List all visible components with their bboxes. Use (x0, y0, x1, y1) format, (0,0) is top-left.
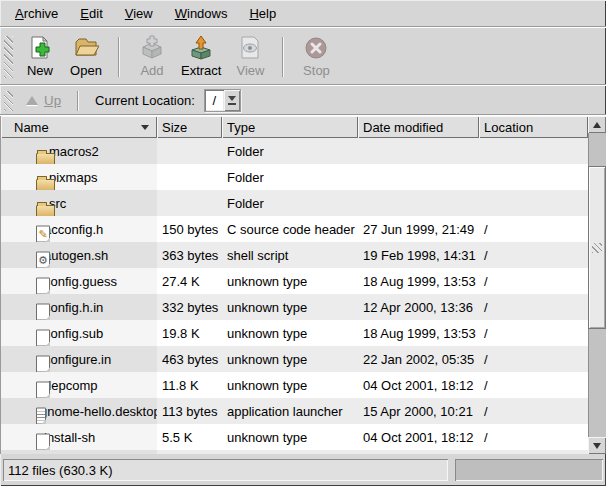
up-button: Up (17, 90, 70, 111)
file-icon (36, 251, 50, 268)
location-bar: Up Current Location: / (0, 86, 606, 116)
table-row[interactable]: gnome-hello.desktop 113 bytes applicatio… (1, 398, 588, 424)
extract-button[interactable]: Extract (175, 33, 227, 81)
menu-archive[interactable]: Archive (4, 2, 69, 25)
new-archive-icon (27, 35, 53, 61)
file-type: Folder (222, 138, 358, 164)
table-row[interactable]: depcomp 11.8 K unknown type 04 Oct 2001,… (1, 372, 588, 398)
file-type: unknown type (222, 268, 358, 294)
file-rows: macros2 Folder pixmaps Folder (1, 138, 588, 454)
column-header-size[interactable]: Size (157, 116, 222, 138)
table-row[interactable] (1, 450, 588, 454)
file-icon (36, 179, 55, 190)
vertical-scrollbar[interactable] (588, 116, 606, 454)
current-location-label: Current Location: (95, 93, 195, 108)
file-size: 27.4 K (157, 268, 222, 294)
view-button: View (227, 33, 273, 81)
table-row[interactable]: macros2 Folder (1, 138, 588, 164)
location-bar-grip-handle[interactable] (4, 91, 13, 111)
file-date-modified (358, 164, 479, 190)
column-header-date-modified[interactable]: Date modified (358, 116, 479, 138)
file-location (479, 450, 588, 454)
table-row[interactable]: config.guess 27.4 K unknown type 18 Aug … (1, 268, 588, 294)
file-date-modified: 18 Aug 1999, 13:53 (358, 320, 479, 346)
toolbar-grip-handle[interactable] (4, 36, 13, 78)
file-size (157, 450, 222, 454)
chevron-down-icon (228, 96, 236, 101)
file-name: depcomp (44, 378, 97, 393)
column-header-name[interactable]: Name (1, 116, 157, 138)
file-type: unknown type (222, 294, 358, 320)
file-location: / (479, 294, 588, 320)
file-name: pixmaps (49, 170, 97, 185)
file-icon (36, 433, 50, 450)
menu-help[interactable]: Help (238, 2, 287, 25)
open-button[interactable]: Open (63, 33, 109, 81)
arrow-down-icon (593, 443, 601, 449)
file-location (479, 164, 588, 190)
file-location: / (479, 216, 588, 242)
file-icon (36, 277, 50, 294)
view-file-icon (237, 35, 263, 61)
menu-windows[interactable]: Windows (164, 2, 239, 25)
file-size: 150 bytes (157, 216, 222, 242)
table-row[interactable]: src Folder (1, 190, 588, 216)
column-header-location[interactable]: Location (479, 116, 588, 138)
file-icon (36, 153, 55, 164)
archive-manager-window: Archive Edit View Windows Help New (0, 0, 606, 486)
table-row[interactable]: config.h.in 332 bytes unknown type 12 Ap… (1, 294, 588, 320)
file-name: acconfig.h (44, 222, 103, 237)
file-type: shell script (222, 242, 358, 268)
menu-edit[interactable]: Edit (69, 2, 113, 25)
file-type: Folder (222, 190, 358, 216)
stop-icon (303, 35, 329, 61)
status-bar: 112 files (630.3 K) (0, 454, 606, 486)
extract-icon (188, 35, 214, 61)
file-location: / (479, 398, 588, 424)
file-type: Folder (222, 164, 358, 190)
scrollbar-thumb[interactable] (588, 166, 606, 329)
table-row[interactable]: config.sub 19.8 K unknown type 18 Aug 19… (1, 320, 588, 346)
menu-view[interactable]: View (114, 2, 164, 25)
scroll-down-button[interactable] (588, 437, 606, 454)
menu-bar: Archive Edit View Windows Help (0, 0, 606, 28)
file-name: config.h.in (44, 300, 103, 315)
file-type: unknown type (222, 424, 358, 450)
table-row[interactable]: pixmaps Folder (1, 164, 588, 190)
file-name: config.sub (44, 326, 103, 341)
location-input[interactable]: / (205, 90, 224, 111)
file-name: config.guess (44, 274, 117, 289)
file-date-modified: 18 Aug 1999, 13:53 (358, 268, 479, 294)
file-location: / (479, 424, 588, 450)
file-date-modified (358, 450, 479, 454)
file-name: configure.in (44, 352, 111, 367)
up-arrow-icon (26, 96, 38, 105)
file-type: unknown type (222, 346, 358, 372)
status-message: 112 files (630.3 K) (3, 459, 448, 481)
location-dropdown-button[interactable] (224, 90, 240, 111)
stop-button: Stop (293, 33, 339, 81)
table-row[interactable]: acconfig.h 150 bytes C source code heade… (1, 216, 588, 242)
table-row[interactable]: autogen.sh 363 bytes shell script 19 Feb… (1, 242, 588, 268)
file-name: gnome-hello.desktop (40, 404, 157, 419)
file-icon (36, 303, 50, 320)
column-headers: Name Size Type Date modified Location (1, 116, 588, 138)
open-archive-icon (73, 35, 99, 61)
file-type: unknown type (222, 372, 358, 398)
table-row[interactable]: install-sh 5.5 K unknown type 04 Oct 200… (1, 424, 588, 450)
new-button[interactable]: New (17, 33, 63, 81)
file-location (479, 190, 588, 216)
toolbar-separator (282, 37, 284, 77)
file-size: 463 bytes (157, 346, 222, 372)
file-location: / (479, 242, 588, 268)
file-size: 332 bytes (157, 294, 222, 320)
arrow-up-icon (593, 122, 601, 128)
column-header-type[interactable]: Type (222, 116, 358, 138)
scroll-up-button[interactable] (588, 116, 606, 133)
file-type (222, 450, 358, 454)
add-button: Add (129, 33, 175, 81)
file-name: install-sh (44, 430, 95, 445)
location-combo: / (204, 89, 241, 112)
file-size: 113 bytes (157, 398, 222, 424)
table-row[interactable]: configure.in 463 bytes unknown type 22 J… (1, 346, 588, 372)
